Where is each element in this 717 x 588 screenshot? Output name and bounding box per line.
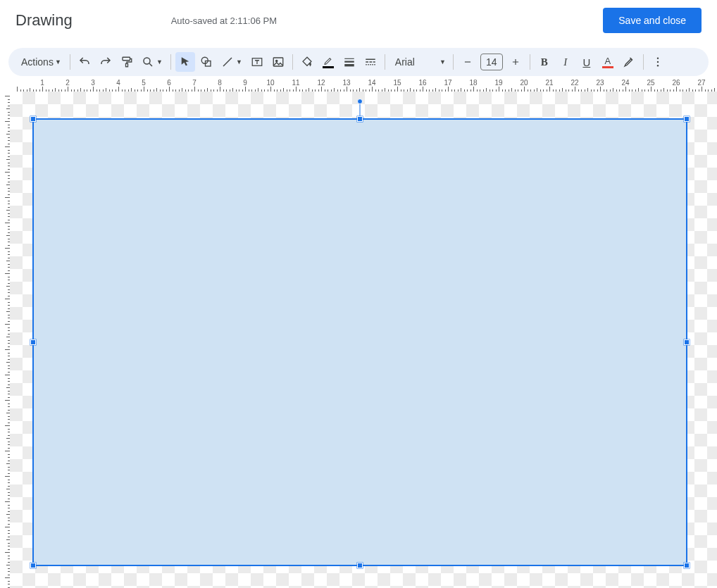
font-size-input[interactable]: 14 [480,54,503,70]
rotation-handle[interactable] [357,99,363,104]
svg-rect-10 [344,64,354,66]
actions-label: Actions [21,56,54,68]
svg-rect-18 [372,64,373,65]
ruler-number: 20 [520,79,528,87]
separator [170,54,171,70]
increase-font-size-button[interactable] [506,52,525,72]
ruler-number: 22 [571,79,578,87]
svg-point-3 [201,57,208,63]
ruler-number: 18 [469,79,477,87]
line-tool-button[interactable]: ▼ [218,52,246,72]
plus-icon [511,57,520,67]
bold-icon: B [541,56,548,68]
zoom-icon [142,56,154,68]
ruler-number: 13 [342,79,350,87]
caret-down-icon: ▼ [55,58,61,65]
paint-format-button[interactable] [117,52,137,72]
svg-rect-19 [374,64,375,65]
ruler-number: 16 [418,79,426,87]
svg-point-20 [657,58,659,59]
resize-handle-nw[interactable] [30,116,36,122]
decrease-font-size-button[interactable] [458,52,478,72]
resize-handle-n[interactable] [357,116,363,122]
ruler-number: 27 [697,79,705,87]
zoom-button[interactable]: ▼ [138,52,166,72]
image-icon [272,56,285,68]
underline-button[interactable]: U [577,52,597,72]
rectangle-shape[interactable] [32,118,687,566]
resize-handle-sw[interactable] [30,563,36,568]
ruler-number: 21 [545,79,553,87]
italic-button[interactable]: I [556,52,575,72]
undo-button[interactable] [75,52,94,72]
resize-handle-e[interactable] [684,339,690,345]
pen-underline-icon [323,56,334,68]
paint-bucket-icon [301,56,313,68]
ruler-number: 14 [368,79,375,87]
ruler-number: 15 [393,79,401,87]
ruler-number: 9 [243,79,247,87]
ruler-number: 24 [621,79,629,87]
caret-down-icon: ▼ [439,58,446,65]
ruler-number: 7 [192,79,197,87]
ruler-number: 11 [292,79,299,87]
ruler-number: 26 [672,79,680,87]
image-button[interactable] [268,52,288,72]
app-title: Drawing [15,11,73,30]
resize-handle-se[interactable] [684,563,690,568]
fill-color-button[interactable] [297,52,317,72]
separator [530,54,530,70]
border-dash-button[interactable] [361,52,380,72]
border-weight-button[interactable] [339,52,359,72]
ruler-number: 10 [266,79,274,87]
svg-rect-0 [123,57,130,61]
separator [453,54,454,70]
minus-icon [463,57,473,67]
shape-tool-button[interactable] [197,52,216,72]
horizontal-ruler[interactable]: 1234567891011121314151617181920212223242… [10,79,717,92]
highlight-color-button[interactable] [619,52,639,72]
resize-handle-s[interactable] [357,563,363,568]
svg-rect-13 [369,61,372,63]
header: Drawing Auto-saved at 2:11:06 PM Save an… [0,0,717,42]
ruler-number: 6 [167,79,171,87]
actions-menu-button[interactable]: Actions ▼ [15,52,66,72]
text-color-icon: A [602,56,613,68]
line-weight-icon [343,56,356,68]
svg-rect-14 [373,61,375,63]
ruler-number: 5 [142,79,146,87]
ruler-number: 4 [116,79,120,87]
bold-button[interactable]: B [535,52,554,72]
svg-rect-15 [366,64,367,65]
redo-button[interactable] [96,52,116,72]
drawing-canvas[interactable] [10,92,717,588]
svg-point-22 [657,65,659,66]
vertical-ruler[interactable] [0,92,10,588]
text-color-button[interactable]: A [598,52,618,72]
svg-rect-6 [273,58,283,66]
highlighter-icon [623,56,635,68]
toolbar: Actions ▼ ▼ ▼ [8,48,709,76]
autosave-status: Auto-saved at 2:11:06 PM [171,15,277,26]
select-tool-button[interactable] [175,52,195,72]
separator [643,54,644,70]
resize-handle-ne[interactable] [684,116,690,122]
shape-icon [200,56,213,68]
ruler-number: 8 [218,79,222,87]
font-name-label: Arial [395,56,415,68]
border-color-button[interactable] [318,52,338,72]
more-options-button[interactable] [648,52,668,72]
text-box-button[interactable] [247,52,267,72]
paint-roller-icon [120,56,133,68]
save-and-close-button[interactable]: Save and close [603,8,702,33]
svg-point-2 [144,58,150,64]
svg-rect-17 [370,64,371,65]
svg-point-21 [657,61,659,63]
ruler-number: 19 [494,79,502,87]
separator [385,54,385,70]
font-family-select[interactable]: Arial ▼ [389,52,449,72]
ruler-number: 25 [647,79,654,87]
resize-handle-w[interactable] [30,339,36,345]
svg-rect-8 [344,58,354,59]
more-vertical-icon [651,56,664,68]
